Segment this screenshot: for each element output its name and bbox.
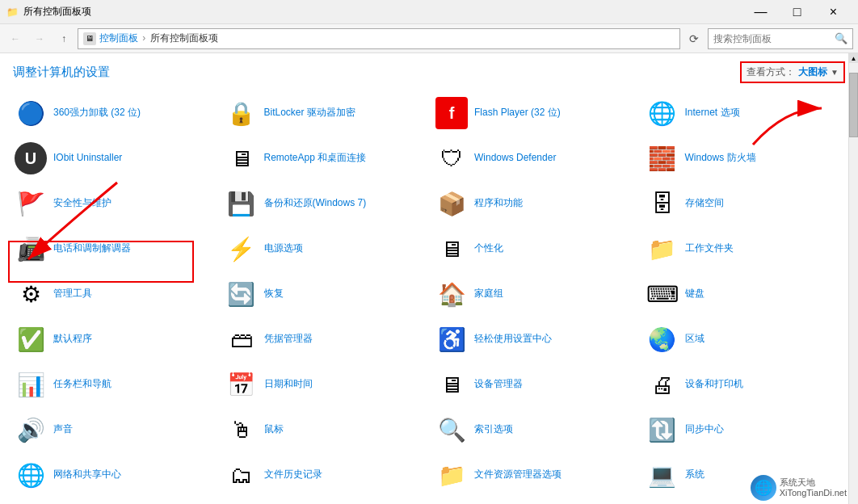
item-label: 区域: [685, 333, 704, 346]
list-item[interactable]: UIObit Uninstaller: [8, 136, 219, 180]
item-label: Windows 防火墙: [685, 152, 756, 165]
item-label: 日期和时间: [264, 378, 313, 391]
list-item[interactable]: 🏠家庭组: [429, 272, 640, 316]
list-item[interactable]: 🗄存储空间: [640, 182, 851, 225]
item-label: 设备管理器: [474, 378, 523, 391]
up-button[interactable]: ↑: [53, 28, 74, 49]
item-icon: 🖥: [435, 368, 468, 401]
list-item[interactable]: 🗂文件历史记录: [219, 453, 430, 497]
list-item[interactable]: 🔍索引选项: [429, 408, 640, 452]
list-item[interactable]: ✅默认程序: [8, 317, 219, 361]
item-label: 备份和还原(Windows 7): [264, 197, 367, 210]
close-button[interactable]: ×: [815, 0, 852, 24]
list-item[interactable]: 📊任务栏和导航: [8, 363, 219, 406]
item-icon: U: [15, 142, 47, 174]
list-item[interactable]: 📅日期和时间: [219, 363, 430, 406]
minimize-button[interactable]: —: [742, 0, 779, 24]
item-icon: ♿: [435, 323, 468, 355]
item-label: 存储空间: [685, 197, 724, 210]
item-label: 鼠标: [264, 423, 284, 436]
address-icon: 🖥: [83, 32, 96, 45]
list-item[interactable]: 🖨设备和打印机: [640, 363, 851, 406]
items-grid: 🔵360强力卸载 (32 位)🔒BitLocker 驱动器加密fFlash Pl…: [0, 88, 858, 498]
item-icon: 🖥: [225, 142, 258, 174]
scrollbar-thumb[interactable]: [849, 73, 858, 137]
titlebar-left: 📁 所有控制面板项: [6, 5, 91, 19]
item-icon: 📁: [435, 459, 468, 491]
watermark-line1: 系统天地: [780, 477, 847, 488]
list-item[interactable]: 🔒BitLocker 驱动器加密: [219, 91, 430, 135]
scrollbar-up[interactable]: ▲: [849, 53, 858, 63]
list-item[interactable]: 🖥设备管理器: [429, 363, 640, 406]
item-label: 工作文件夹: [685, 242, 734, 255]
list-item[interactable]: 📦程序和功能: [429, 182, 640, 225]
breadcrumb-part1[interactable]: 控制面板: [99, 32, 138, 44]
list-item[interactable]: 🖥RemoteApp 和桌面连接: [219, 136, 430, 180]
list-item[interactable]: ♿轻松使用设置中心: [429, 317, 640, 361]
forward-button[interactable]: →: [29, 28, 50, 49]
item-icon: 🌐: [15, 459, 47, 491]
list-item[interactable]: fFlash Player (32 位): [429, 91, 640, 135]
list-item[interactable]: 🌐网络和共享中心: [8, 453, 219, 497]
list-item[interactable]: 🔃同步中心: [640, 408, 851, 452]
list-item[interactable]: 🌏区域: [640, 317, 851, 361]
item-icon: f: [435, 97, 468, 129]
list-item[interactable]: 📁文件资源管理器选项: [429, 453, 640, 497]
item-icon: 🔄: [225, 278, 258, 310]
watermark-line2: XiTongTianDi.net: [780, 488, 847, 498]
item-label: 默认程序: [53, 333, 92, 346]
list-item[interactable]: 🚩安全性与维护: [8, 182, 219, 225]
content-area: 调整计算机的设置 查看方式： 大图标 ▼ 🔵360强力卸载 (32 位)🔒Bit…: [0, 53, 858, 504]
content-header: 调整计算机的设置 查看方式： 大图标 ▼: [0, 53, 858, 88]
item-label: Internet 选项: [685, 107, 740, 120]
item-icon: 💾: [225, 187, 258, 220]
item-icon: 🚩: [15, 187, 47, 220]
list-item[interactable]: 🖥个性化: [429, 227, 640, 271]
search-input[interactable]: [713, 33, 831, 44]
refresh-button[interactable]: ⟳: [683, 28, 704, 49]
item-label: 凭据管理器: [264, 333, 313, 346]
list-item[interactable]: 🧱Windows 防火墙: [640, 136, 851, 180]
item-icon: 📦: [435, 187, 468, 220]
item-icon: 🔒: [225, 97, 258, 129]
item-icon: 🛡: [435, 142, 468, 174]
breadcrumb: 控制面板 › 所有控制面板项: [99, 32, 218, 45]
item-label: 电源选项: [264, 242, 303, 255]
maximize-button[interactable]: □: [779, 0, 815, 24]
item-label: 键盘: [685, 288, 704, 300]
item-label: 文件资源管理器选项: [474, 468, 561, 481]
folder-icon: 📁: [6, 6, 19, 18]
list-item[interactable]: 🖱鼠标: [219, 408, 430, 452]
item-label: IObit Uninstaller: [53, 152, 122, 165]
list-item[interactable]: 🔄恢复: [219, 272, 430, 316]
item-label: 索引选项: [474, 423, 513, 436]
titlebar-title: 所有控制面板项: [23, 5, 91, 19]
item-icon: 🔊: [15, 414, 47, 446]
breadcrumb-part2: 所有控制面板项: [150, 32, 218, 44]
list-item[interactable]: 📠电话和调制解调器: [8, 227, 219, 271]
watermark: 🌐 系统天地 XiTongTianDi.net: [751, 475, 847, 501]
back-button[interactable]: ←: [5, 28, 26, 49]
scrollbar[interactable]: ▲: [848, 53, 858, 504]
view-selector[interactable]: 查看方式： 大图标 ▼: [740, 61, 845, 83]
list-item[interactable]: ⚡电源选项: [219, 227, 430, 271]
list-item[interactable]: ⚙管理工具: [8, 272, 219, 316]
titlebar: 📁 所有控制面板项 — □ ×: [0, 0, 858, 24]
item-label: RemoteApp 和桌面连接: [264, 152, 367, 165]
item-label: 管理工具: [53, 288, 92, 300]
list-item[interactable]: 🌐Internet 选项: [640, 91, 851, 135]
list-item[interactable]: 💾备份和还原(Windows 7): [219, 182, 430, 225]
item-label: Windows Defender: [474, 152, 556, 165]
item-label: 设备和打印机: [685, 378, 743, 391]
list-item[interactable]: ⌨键盘: [640, 272, 851, 316]
item-icon: 📅: [225, 368, 258, 401]
item-icon: 🗄: [646, 187, 679, 220]
navbar: ← → ↑ 🖥 控制面板 › 所有控制面板项 ⟳ 🔍: [0, 24, 858, 53]
list-item[interactable]: 🔵360强力卸载 (32 位): [8, 91, 219, 135]
list-item[interactable]: 📁工作文件夹: [640, 227, 851, 271]
item-icon: 🖱: [225, 414, 258, 446]
item-label: 家庭组: [474, 288, 503, 300]
list-item[interactable]: 🔊声音: [8, 408, 219, 452]
list-item[interactable]: 🗃凭据管理器: [219, 317, 430, 361]
list-item[interactable]: 🛡Windows Defender: [429, 136, 640, 180]
